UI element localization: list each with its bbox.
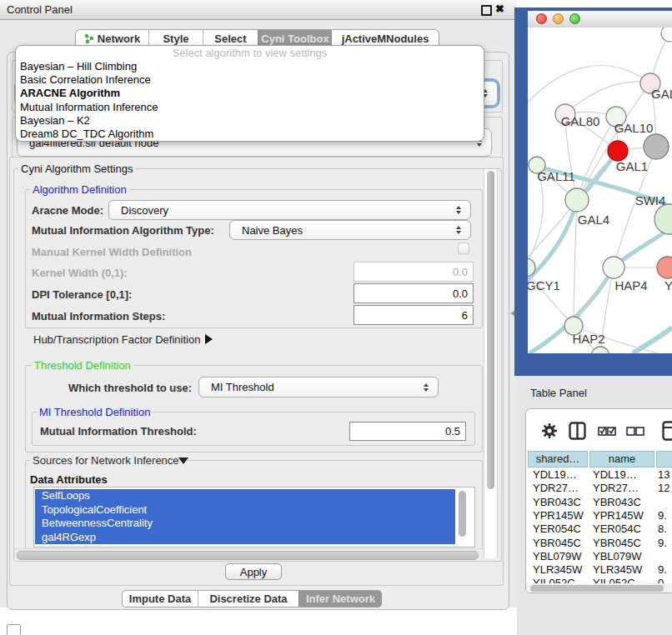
table-cell[interactable]: 12 xyxy=(658,482,669,495)
table-cell[interactable]: YBL079W xyxy=(593,550,642,563)
node-label: GAL4 xyxy=(578,212,609,227)
table-cell[interactable]: YBR045C xyxy=(533,537,581,550)
tab-network-label: Network xyxy=(98,32,140,45)
tab-select-label: Select xyxy=(214,32,246,45)
table-hscrollbar-thumb[interactable] xyxy=(530,585,664,592)
tab-discretize-data[interactable]: Discretize Data xyxy=(198,590,298,608)
list-vscrollbar-thumb[interactable] xyxy=(459,491,466,537)
table-cell[interactable]: 8. xyxy=(658,522,667,536)
column-header-shared[interactable]: shared… xyxy=(528,451,588,468)
node-label: GAL80 xyxy=(561,114,600,128)
dropdown-item[interactable]: Bayesian – K2 xyxy=(16,114,484,128)
mi-steps-label: Mutual Information Steps: xyxy=(32,310,165,322)
tab-jactivemnodules-label: jActiveMNodules xyxy=(342,32,429,45)
aracne-mode-value: Discovery xyxy=(109,204,168,217)
data-attributes-list[interactable]: SelfLoops TopologicalCoefficient Between… xyxy=(33,487,475,548)
collapsed-panel-icon[interactable] xyxy=(7,624,21,635)
list-item[interactable]: gal4RGexp xyxy=(35,531,455,545)
dpi-tolerance-field[interactable]: 0.0 xyxy=(354,283,474,303)
node-label: GAL10 xyxy=(614,121,654,135)
mi-steps-field[interactable]: 6 xyxy=(354,305,474,325)
window-close-button[interactable] xyxy=(536,13,547,24)
list-item[interactable]: TopologicalCoefficient xyxy=(35,503,455,518)
table-cell[interactable]: YLR345W xyxy=(593,563,642,577)
kernel-width-field[interactable]: 0.0 xyxy=(354,262,474,282)
network-node-hap4[interactable] xyxy=(603,257,624,278)
table-cell[interactable]: 9. xyxy=(658,509,667,522)
which-threshold-combo[interactable]: MI Threshold xyxy=(198,377,439,398)
settings-vscrollbar-thumb[interactable] xyxy=(487,171,494,489)
table-cell[interactable]: YIL052C xyxy=(593,577,635,583)
dropdown-item[interactable]: ARACNE Algorithm xyxy=(16,87,484,100)
mi-type-combo[interactable]: Naive Bayes xyxy=(229,220,471,240)
apply-button[interactable]: Apply xyxy=(225,563,282,580)
table-cell[interactable]: YPR145W xyxy=(593,509,644,522)
aracne-mode-combo[interactable]: Discovery xyxy=(108,200,471,220)
tab-infer-network-label: Infer Network xyxy=(306,592,375,605)
table-cell[interactable]: 9. xyxy=(658,537,667,550)
show-columns-icon[interactable] xyxy=(569,422,586,440)
table-cell[interactable]: YDL19… xyxy=(593,468,637,482)
table-cell[interactable]: 0. xyxy=(658,577,667,583)
column-header-cut[interactable] xyxy=(656,451,672,468)
node-label: Y xyxy=(664,278,672,292)
combo-arrows-icon xyxy=(456,226,462,234)
table-cell[interactable]: YER054C xyxy=(533,522,581,536)
table-cell[interactable]: YDR27… xyxy=(593,482,639,495)
table-cell[interactable]: 9. xyxy=(658,563,667,577)
table-cell[interactable]: YBR043C xyxy=(593,496,641,509)
hub-definition-label[interactable]: Hub/Transcription Factor Definition xyxy=(33,333,200,346)
table-cell[interactable]: 13 xyxy=(658,468,669,482)
sources-collapse-icon[interactable] xyxy=(178,458,188,464)
tab-infer-network[interactable]: Infer Network xyxy=(298,590,382,608)
mi-threshold-field[interactable]: 0.5 xyxy=(349,422,466,441)
node-label: HAP4 xyxy=(614,278,647,292)
list-vscrollbar[interactable] xyxy=(459,490,466,540)
deselect-all-icon[interactable] xyxy=(626,426,644,437)
float-window-icon[interactable] xyxy=(481,5,492,16)
table-rows: YDL19…YDL19…13 YDR27…YDR27…12 YBR043CYBR… xyxy=(526,468,672,583)
table-mode-icon[interactable] xyxy=(662,421,672,441)
table-box: shared… name YDL19…YDL19…13 YDR27…YDR27…… xyxy=(525,408,672,593)
table-cell[interactable]: YLR345W xyxy=(533,563,582,577)
table-cell[interactable]: YER054C xyxy=(593,522,641,536)
table-cell[interactable]: YDR27… xyxy=(533,482,579,495)
select-all-icon[interactable] xyxy=(598,426,616,437)
dropdown-item[interactable]: Mutual Information Inference xyxy=(16,101,484,114)
window-minimize-button[interactable] xyxy=(553,13,564,24)
settings-hscrollbar[interactable] xyxy=(14,548,484,560)
table-hscrollbar[interactable] xyxy=(526,583,672,593)
tab-impute-data[interactable]: Impute Data xyxy=(122,590,198,608)
network-node[interactable] xyxy=(644,134,669,159)
dropdown-item[interactable]: Bayesian – Hill Climbing xyxy=(16,60,484,73)
column-header-name[interactable]: name xyxy=(589,451,654,468)
gear-icon[interactable] xyxy=(541,422,558,439)
hub-expand-icon[interactable] xyxy=(205,334,213,344)
list-item[interactable]: BetweennessCentrality xyxy=(35,517,455,531)
dpi-tolerance-value: 0.0 xyxy=(453,288,468,300)
table-cell[interactable]: YBR045C xyxy=(593,537,641,550)
mi-threshold-value: 0.5 xyxy=(445,425,460,438)
settings-vscrollbar[interactable] xyxy=(484,169,498,558)
manual-kernel-checkbox[interactable] xyxy=(458,242,469,254)
table-cell[interactable]: YBL079W xyxy=(533,550,582,563)
network-node-gal4[interactable] xyxy=(565,188,589,212)
table-cell[interactable]: YBR043C xyxy=(533,496,581,509)
control-panel-titlebar[interactable]: Control Panel ✖ xyxy=(0,0,517,20)
table-cell[interactable]: YIL052C xyxy=(533,577,575,583)
network-window-titlebar[interactable] xyxy=(528,11,672,28)
settings-hscrollbar-thumb[interactable] xyxy=(17,551,479,560)
node-label: GAL11 xyxy=(537,169,575,183)
dropdown-item[interactable]: Basic Correlation Inference xyxy=(16,73,484,87)
mi-threshold-label: Mutual Information Threshold: xyxy=(40,425,197,438)
network-view[interactable]: GAL80 GAL10 GAL GAL1 GAL11 GAL4 SWI4 GCY… xyxy=(528,28,672,353)
algorithm-dropdown[interactable]: Select algorithm to view settings Bayesi… xyxy=(15,45,484,142)
close-icon[interactable]: ✖ xyxy=(495,2,504,15)
node-label: GAL1 xyxy=(616,159,648,173)
list-item[interactable]: SelfLoops xyxy=(35,489,455,503)
table-cell[interactable]: YPR145W xyxy=(533,509,584,522)
window-zoom-button[interactable] xyxy=(569,13,580,24)
table-cell[interactable]: YDL19… xyxy=(533,468,577,482)
dropdown-item[interactable]: Dream8 DC_TDC Algorithm xyxy=(16,128,484,141)
network-node-gal1[interactable] xyxy=(608,141,628,161)
